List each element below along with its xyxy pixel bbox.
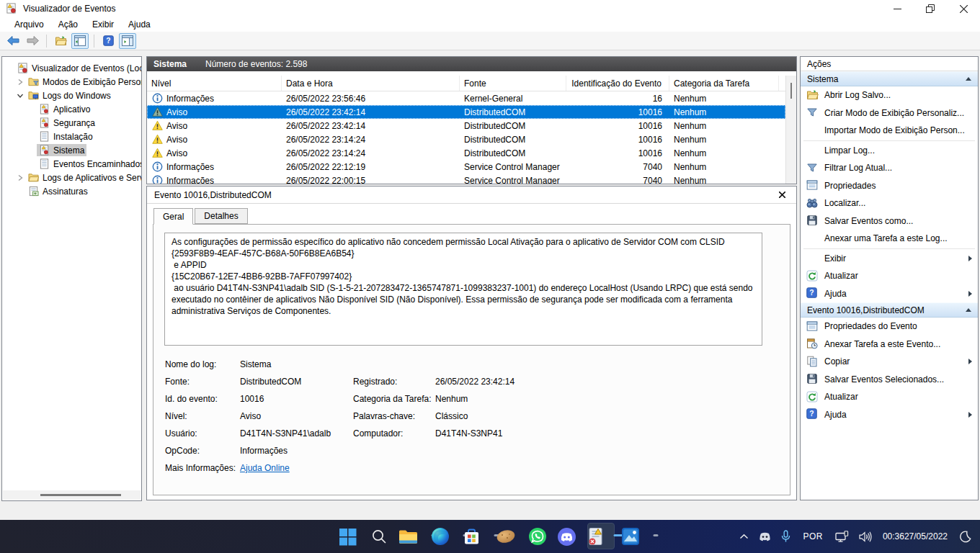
sidebar-item-seguran-a[interactable]: Segurança [2,116,141,130]
help-button[interactable]: ? [99,33,117,49]
action-atualizar[interactable]: Atualizar [801,388,978,406]
language-indicator[interactable]: POR [796,522,830,551]
column-headers: Nível Data e Hora Fonte Identificação do… [147,76,785,91]
event-viewer-button[interactable] [585,520,617,553]
chevron-down-icon[interactable] [14,92,26,99]
menu-ajuda[interactable]: Ajuda [121,18,158,31]
column-fonte[interactable]: Fonte [460,76,566,91]
action-copiar[interactable]: Copiar [801,353,978,371]
column-data-e-hora[interactable]: Data e Hora [282,76,460,91]
action-atualizar[interactable]: Atualizar [801,267,978,285]
show-console-tree-button[interactable] [71,33,89,49]
action-ajuda[interactable]: ?Ajuda [801,406,978,424]
action-importar-modo-de-exibi-o-person[interactable]: Importar Modo de Exibição Person... [801,122,978,140]
action-salvar-eventos-selecionados[interactable]: Salvar Eventos Selecionados... [801,371,978,389]
action-anexar-uma-tarefa-a-este-log[interactable]: Anexar uma Tarefa a este Log... [801,230,978,248]
scrollbar-thumb[interactable] [790,83,792,99]
event-row[interactable]: Informações26/05/2022 22:00:15Service Co… [147,174,785,184]
close-button[interactable] [947,0,980,17]
show-action-pane-button[interactable] [119,33,136,49]
potato-app-button[interactable] [490,520,522,553]
microsoft-store-button[interactable] [458,520,490,553]
action-limpar-log[interactable]: Limpar Log... [801,142,978,160]
action-abrir-log-salvo[interactable]: Abrir Log Salvo... [801,86,978,104]
tray-chevron-up-icon[interactable] [734,522,754,551]
event-list-scrollbar[interactable] [785,76,796,184]
sidebar-item-logs-do-windows[interactable]: Logs do Windows [2,89,141,102]
event-row[interactable]: Aviso26/05/2022 23:42:14DistributedCOM10… [147,119,785,132]
sidebar-item-modos-de-exibi-o-personali[interactable]: Modos de Exibição Personali [2,75,141,89]
scrollbar-thumb[interactable] [40,494,121,496]
action-criar-modo-de-exibi-o-personaliz[interactable]: Criar Modo de Exibição Personaliz... [801,104,978,122]
forward-button[interactable] [24,33,41,49]
window-action-icon [122,35,133,46]
tray-discord-icon[interactable] [754,522,776,551]
column-identificacao[interactable]: Identificação do Evento [566,76,669,91]
menu-acao[interactable]: Ação [51,18,85,31]
sidebar-item-instala-o[interactable]: Instalação [2,130,141,143]
ajuda-online-link[interactable]: Ajuda Online [240,463,353,473]
event-row[interactable]: Informações26/05/2022 22:12:19Service Co… [147,160,785,174]
menu-arquivo[interactable]: Arquivo [7,18,51,31]
detail-field-row: Id. do evento:10016Categoria da Tarefa:N… [165,390,778,408]
task-icon [806,338,819,350]
tab-detalhes[interactable]: Detalhes [195,208,247,224]
tray-microphone-icon[interactable] [776,522,796,551]
sidebar-item-assinaturas[interactable]: Assinaturas [2,184,141,198]
info-icon [152,175,163,184]
tree-horizontal-scrollbar[interactable] [3,490,141,500]
discord-button[interactable] [553,520,585,553]
action-anexar-tarefa-a-este-evento[interactable]: Anexar Tarefa a este Evento... [801,336,978,354]
actions-panel: Ações SistemaAbrir Log Salvo...Criar Mod… [800,56,979,500]
chevron-right-icon[interactable] [14,174,26,181]
field-value: Sistema [240,359,353,369]
action-filtrar-log-atual[interactable]: Filtrar Log Atual... [801,159,978,177]
whatsapp-button[interactable] [522,520,553,553]
detail-field-row: Fonte:DistributedCOMRegistrado:26/05/202… [165,373,778,390]
network-icon[interactable] [830,522,854,551]
open-saved-log-button[interactable] [52,33,69,49]
sidebar-item-aplicativo[interactable]: Aplicativo [2,102,141,116]
event-row[interactable]: Aviso26/05/2022 23:14:24DistributedCOM10… [147,132,785,146]
action-propriedades-do-evento[interactable]: Propriedades do Evento [801,318,978,336]
photos-button[interactable] [617,520,649,553]
event-row[interactable]: Aviso26/05/2022 23:42:14DistributedCOM10… [147,105,785,119]
focus-assist-moon-icon[interactable] [953,522,977,551]
actions-section-header[interactable]: Sistema [801,71,978,86]
detail-field-row: Nome do log:Sistema [165,356,778,373]
file-explorer-button[interactable] [395,520,427,553]
start-button[interactable] [331,520,363,553]
action-exibir[interactable]: Exibir [801,250,978,268]
restore-button[interactable] [914,0,947,17]
action-salvar-eventos-como[interactable]: Salvar Eventos como... [801,212,978,230]
detail-close-button[interactable] [775,189,789,202]
edge-button[interactable] [427,520,458,553]
clock[interactable]: 00:36 27/05/2022 [877,522,953,551]
console-tree-panel: Visualizador de Eventos (Local)Modos de … [1,56,142,501]
folder-open-icon [806,89,819,102]
event-datetime: 26/05/2022 23:14:24 [282,146,460,160]
back-button[interactable] [4,33,22,49]
action-localizar[interactable]: Localizar... [801,194,978,212]
sidebar-item-logs-de-aplicativos-e-servi[interactable]: Logs de Aplicativos e Serviç [2,171,141,184]
chevron-right-icon[interactable] [14,78,26,86]
event-viewer-app-icon [6,3,17,14]
field-label: Fonte: [165,377,240,387]
minimize-button[interactable] [881,0,914,17]
action-propriedades[interactable]: Propriedades [801,177,978,195]
search-button[interactable] [363,520,395,553]
event-level-cell: Informações [147,91,282,105]
actions-section-header[interactable]: Evento 10016,DistributedCOM [801,302,978,318]
event-row[interactable]: Informações26/05/2022 23:56:46Kernel-Gen… [147,91,785,105]
log-header-bar: Sistema Número de eventos: 2.598 [147,57,796,71]
volume-icon[interactable] [854,522,877,551]
tab-geral[interactable]: Geral [153,208,193,225]
column-categoria[interactable]: Categoria da Tarefa [669,76,779,91]
action-ajuda[interactable]: ?Ajuda [801,285,978,303]
sidebar-item-sistema[interactable]: Sistema [2,143,141,157]
column-nivel[interactable]: Nível [147,76,282,91]
sidebar-item-visualizador-de-eventos-local[interactable]: Visualizador de Eventos (Local) [2,61,141,75]
sidebar-item-eventos-encaminhados[interactable]: Eventos Encaminhados [2,157,141,171]
menu-exibir[interactable]: Exibir [85,18,121,31]
event-row[interactable]: Aviso26/05/2022 23:14:24DistributedCOM10… [147,146,785,160]
